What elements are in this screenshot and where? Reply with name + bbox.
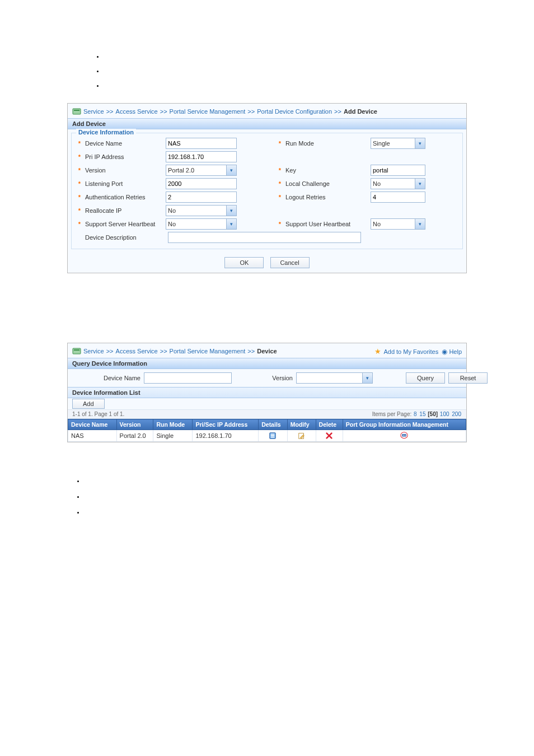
col-delete: Delete — [316, 419, 343, 430]
key-input[interactable] — [371, 165, 425, 176]
chevron-down-icon: ▾ — [226, 165, 236, 175]
panel-title: Add Device — [68, 118, 466, 129]
device-name-label: Device Name — [85, 140, 163, 147]
device-list-panel: Service >> Access Service >> Portal Serv… — [67, 343, 467, 442]
query-bar-title: Query Device Information — [68, 358, 466, 369]
col-modify: Modify — [287, 419, 316, 430]
support-server-hb-select[interactable]: No▾ — [166, 218, 237, 230]
modify-icon[interactable] — [298, 432, 306, 440]
pri-ip-label: Pri IP Address — [85, 153, 163, 160]
query-device-name-input[interactable] — [144, 372, 232, 384]
crumb-sep: >> — [106, 348, 114, 354]
query-version-select[interactable]: ▾ — [296, 372, 373, 384]
svg-rect-11 — [403, 435, 404, 436]
bullet-item — [104, 50, 534, 63]
port-group-icon[interactable] — [400, 432, 408, 440]
help-icon: ◉ — [442, 348, 447, 356]
bullet-item — [104, 80, 534, 92]
crumb-sep: >> — [160, 108, 167, 115]
col-version[interactable]: Version — [116, 419, 153, 430]
required-star: * — [277, 167, 283, 174]
required-star: * — [76, 180, 83, 187]
service-icon — [72, 347, 81, 356]
page-size-15[interactable]: 15 — [419, 411, 425, 417]
chevron-down-icon: ▾ — [226, 206, 236, 216]
crumb-current: Add Device — [344, 108, 377, 115]
local-challenge-select[interactable]: No▾ — [371, 178, 425, 189]
logout-retries-label: Logout Retries — [285, 194, 368, 200]
ok-button[interactable]: OK — [224, 257, 264, 268]
reallocate-ip-select[interactable]: No▾ — [166, 205, 237, 216]
page-size-100[interactable]: 100 — [440, 411, 449, 417]
col-device-name[interactable]: Device Name — [68, 419, 117, 430]
cell-run-mode: Single — [153, 430, 193, 442]
crumb-sep: >> — [247, 108, 255, 115]
svg-rect-6 — [271, 435, 275, 436]
add-device-panel: Service >> Access Service >> Portal Serv… — [67, 103, 467, 273]
crumb-portal-mgmt[interactable]: Portal Service Management — [170, 348, 246, 354]
query-button[interactable]: Query — [406, 372, 445, 384]
support-user-hb-label: Support User Heartbeat — [285, 221, 368, 227]
col-ip[interactable]: Pri/Sec IP Address — [193, 419, 259, 430]
chevron-down-icon: ▾ — [362, 373, 372, 383]
svg-rect-12 — [405, 435, 406, 436]
required-star: * — [76, 207, 83, 214]
crumb-access[interactable]: Access Service — [116, 348, 158, 354]
service-icon — [72, 107, 81, 116]
svg-rect-10 — [402, 434, 406, 437]
device-info-fieldset: Device Information * Device Name * Run M… — [71, 133, 463, 249]
pri-ip-input[interactable] — [166, 151, 237, 162]
local-challenge-label: Local Challenge — [285, 180, 368, 187]
query-version-label: Version — [237, 375, 293, 381]
chevron-down-icon: ▾ — [226, 219, 236, 229]
required-star: * — [277, 140, 283, 147]
device-name-input[interactable] — [166, 138, 237, 149]
delete-icon[interactable] — [325, 432, 333, 440]
listening-port-input[interactable] — [166, 178, 237, 189]
pager-row: 1-1 of 1. Page 1 of 1. Items per Page: 8… — [68, 409, 466, 419]
device-desc-input[interactable] — [168, 232, 361, 243]
crumb-device-conf[interactable]: Portal Device Configuration — [257, 108, 332, 115]
cell-ip: 192.168.1.70 — [193, 430, 259, 442]
bullet-item — [84, 510, 534, 515]
page-info: 1-1 of 1. Page 1 of 1. — [72, 411, 124, 417]
crumb-service[interactable]: Service — [83, 108, 104, 115]
svg-rect-0 — [73, 109, 81, 114]
crumb-service[interactable]: Service — [83, 348, 104, 354]
top-bullet-list — [104, 50, 534, 92]
required-star: * — [76, 221, 83, 227]
version-select[interactable]: Portal 2.0▾ — [166, 165, 237, 176]
fieldset-legend: Device Information — [76, 129, 136, 136]
bottom-bullet-list — [84, 478, 534, 515]
required-star: * — [277, 194, 283, 200]
chevron-down-icon: ▾ — [415, 179, 425, 189]
items-per-page-label: Items per Page: — [372, 411, 412, 417]
run-mode-select[interactable]: Single▾ — [371, 138, 425, 149]
crumb-sep: >> — [106, 108, 114, 115]
query-row: Device Name Version ▾ Query Reset — [68, 369, 466, 387]
page-size-8[interactable]: 8 — [414, 411, 417, 417]
help-link[interactable]: Help — [449, 348, 462, 355]
reset-button[interactable]: Reset — [448, 372, 488, 384]
cancel-button[interactable]: Cancel — [270, 257, 310, 268]
crumb-access[interactable]: Access Service — [116, 108, 158, 115]
chevron-down-icon: ▾ — [415, 138, 425, 148]
auth-retries-input[interactable] — [166, 192, 237, 203]
col-run-mode[interactable]: Run Mode — [153, 419, 193, 430]
reallocate-ip-label: Reallocate IP — [85, 207, 163, 214]
bullet-item — [84, 494, 534, 500]
svg-rect-1 — [74, 110, 79, 111]
star-icon: ★ — [374, 347, 381, 356]
page-size-200[interactable]: 200 — [452, 411, 461, 417]
support-user-hb-select[interactable]: No▾ — [371, 218, 425, 230]
svg-rect-2 — [73, 348, 81, 354]
add-favorites-link[interactable]: Add to My Favorites — [383, 348, 438, 355]
crumb-current: Device — [257, 348, 277, 354]
logout-retries-input[interactable] — [371, 192, 425, 203]
crumb-portal-mgmt[interactable]: Portal Service Management — [170, 108, 246, 115]
add-button[interactable]: Add — [72, 399, 105, 409]
required-star: * — [277, 221, 283, 227]
details-icon[interactable] — [269, 432, 277, 440]
bullet-item — [104, 65, 534, 77]
crumb-sep: >> — [160, 348, 167, 354]
